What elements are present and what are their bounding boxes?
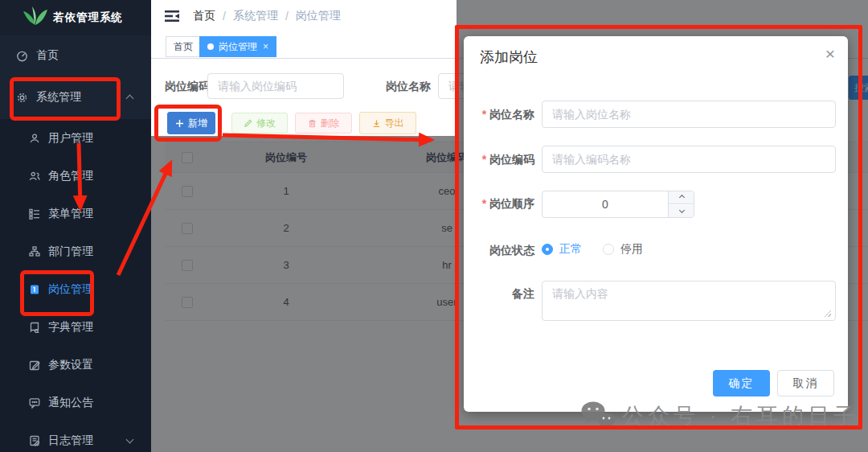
post-name-input[interactable] <box>542 101 836 128</box>
sidebar-submenu: 用户管理 角色管理 菜单管理 <box>0 119 151 452</box>
add-button[interactable]: 新增 <box>167 112 215 134</box>
sidebar-item-menus[interactable]: 菜单管理 <box>0 195 151 232</box>
search-code-label: 岗位编码 <box>165 73 210 99</box>
stepper-controls <box>668 191 694 217</box>
sidebar-item-label: 角色管理 <box>48 169 93 183</box>
delete-button-label: 删除 <box>321 117 340 130</box>
sidebar-item-label: 部门管理 <box>48 244 93 259</box>
post-order-value[interactable]: 0 <box>542 191 668 217</box>
dialog-title: 添加岗位 <box>480 47 538 67</box>
sidebar-item-dictionary[interactable]: 字典管理 <box>0 308 151 346</box>
remark-textarea[interactable] <box>542 281 836 321</box>
breadcrumb-home[interactable]: 首页 <box>193 9 215 23</box>
sidebar-item-departments[interactable]: 部门管理 <box>0 232 151 270</box>
plus-icon <box>175 119 184 128</box>
watermark: 公众号 · 右耳的日子 <box>580 401 859 430</box>
trash-icon <box>308 119 317 128</box>
dict-icon <box>29 322 40 333</box>
sidebar-item-system[interactable]: 系统管理 <box>0 76 151 119</box>
chevron-up-icon <box>678 195 684 200</box>
decrease-button[interactable] <box>669 205 694 217</box>
post-order-label: 岗位顺序 <box>464 197 534 212</box>
sidebar-item-label: 首页 <box>36 48 59 63</box>
badge-icon <box>29 284 40 295</box>
sidebar-item-label: 系统管理 <box>36 90 81 105</box>
pencil-icon <box>244 119 252 128</box>
sidebar-item-label: 通知公告 <box>48 396 93 410</box>
radio-selected-icon <box>542 244 553 255</box>
radio-label: 停用 <box>620 242 643 257</box>
chevron-down-icon <box>126 436 134 444</box>
remark-label: 备注 <box>464 287 534 302</box>
app-logo: 若依管理系统 <box>0 0 151 35</box>
sidebar: 若依管理系统 首页 系统管理 <box>0 0 151 452</box>
delete-button[interactable]: 删除 <box>295 113 352 134</box>
export-button-label: 导出 <box>385 117 404 130</box>
app-window: 若依管理系统 首页 系统管理 <box>0 0 868 452</box>
post-name-label: 岗位名称 <box>464 108 534 122</box>
chevron-down-icon <box>678 208 684 213</box>
export-button[interactable]: 导出 <box>359 112 416 134</box>
post-code-label: 岗位编码 <box>464 153 534 167</box>
confirm-button[interactable]: 确定 <box>713 370 770 397</box>
gear-icon <box>16 92 28 104</box>
download-icon <box>372 119 381 128</box>
edit-button-label: 修改 <box>256 117 276 130</box>
watermark-text: 公众号 · 右耳的日子 <box>622 401 859 430</box>
sidebar-item-logs[interactable]: 日志管理 <box>0 421 151 452</box>
sidebar-item-label: 菜单管理 <box>48 207 93 221</box>
breadcrumb-system[interactable]: 系统管理 <box>233 9 278 23</box>
org-icon <box>29 246 40 257</box>
tab-close-icon[interactable]: × <box>263 41 268 52</box>
search-name-label: 岗位名称 <box>386 73 431 99</box>
active-dot-icon <box>207 43 214 50</box>
add-post-dialog: 添加岗位 × 岗位名称 岗位编码 岗位顺序 0 岗位状态 正常 <box>464 36 848 412</box>
dashboard-icon <box>16 50 28 62</box>
user-icon <box>29 133 40 144</box>
increase-button[interactable] <box>669 191 694 204</box>
close-icon[interactable]: × <box>825 44 835 64</box>
sidebar-item-posts[interactable]: 岗位管理 <box>0 270 151 308</box>
sidebar-collapse-icon[interactable] <box>163 7 181 25</box>
sidebar-item-users[interactable]: 用户管理 <box>0 119 151 157</box>
tab-home[interactable]: 首页 <box>166 36 201 57</box>
leaf-logo-icon <box>23 6 48 30</box>
message-icon <box>29 397 40 409</box>
breadcrumb-separator: / <box>285 10 289 23</box>
chevron-up-icon <box>126 95 134 103</box>
radio-unselected-icon <box>603 244 614 255</box>
edit-button[interactable]: 修改 <box>231 113 288 134</box>
cancel-button[interactable]: 取消 <box>777 370 834 397</box>
tab-post-management[interactable]: 岗位管理 × <box>199 36 276 57</box>
breadcrumb-current: 岗位管理 <box>296 9 341 23</box>
radio-disabled[interactable]: 停用 <box>603 242 643 257</box>
add-button-label: 新增 <box>188 117 207 130</box>
log-icon <box>29 435 40 446</box>
sidebar-item-notices[interactable]: 通知公告 <box>0 384 151 421</box>
sidebar-item-label: 参数设置 <box>48 358 93 372</box>
sidebar-item-roles[interactable]: 角色管理 <box>0 157 151 195</box>
post-order-stepper[interactable]: 0 <box>542 191 694 218</box>
sidebar-item-label: 岗位管理 <box>48 282 93 297</box>
radio-normal[interactable]: 正常 <box>542 242 582 257</box>
breadcrumb: 首页 / 系统管理 / 岗位管理 <box>193 0 341 32</box>
post-status-radio-group: 正常 停用 <box>542 242 643 257</box>
search-code-input[interactable] <box>207 73 344 99</box>
modal-backdrop <box>151 136 457 452</box>
sidebar-item-label: 日志管理 <box>48 434 93 448</box>
post-code-input[interactable] <box>542 146 836 173</box>
wechat-icon <box>580 401 616 430</box>
tab-label: 岗位管理 <box>219 40 257 54</box>
post-status-label: 岗位状态 <box>464 244 534 258</box>
app-title: 若依管理系统 <box>53 10 123 25</box>
sidebar-item-label: 字典管理 <box>48 320 93 335</box>
sidebar-item-parameters[interactable]: 参数设置 <box>0 346 151 384</box>
edit-square-icon <box>29 360 40 371</box>
breadcrumb-separator: / <box>223 10 226 23</box>
menu-tree-icon <box>29 208 40 220</box>
radio-label: 正常 <box>559 242 582 257</box>
users-icon <box>29 171 40 182</box>
tab-label: 首页 <box>174 40 193 54</box>
sidebar-item-label: 用户管理 <box>48 131 93 146</box>
sidebar-item-home[interactable]: 首页 <box>0 35 151 76</box>
